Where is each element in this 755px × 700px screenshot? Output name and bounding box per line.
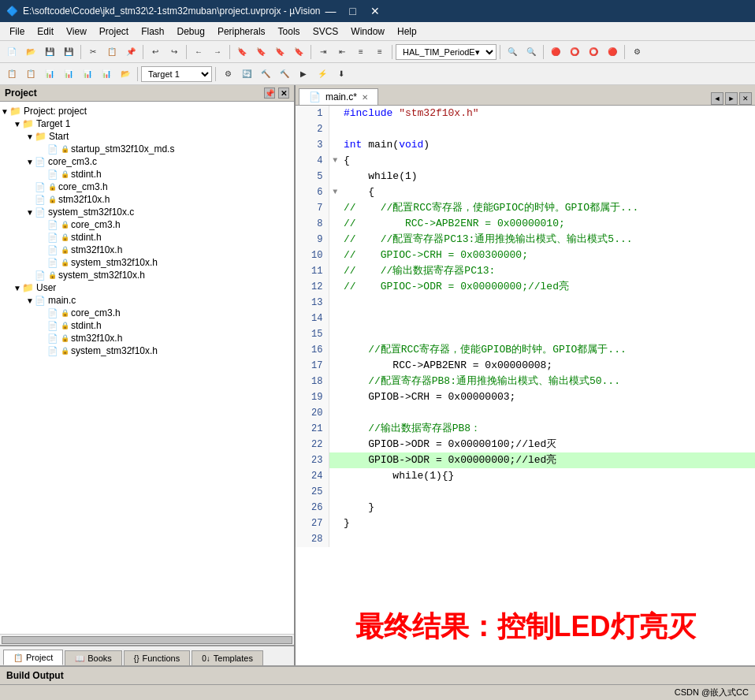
horizontal-scrollbar[interactable] [0,634,294,645]
tree-item[interactable]: 📄🔒system_stm32f10x.h [0,269,294,281]
paste-button[interactable]: 📌 [122,43,139,61]
tree-item[interactable]: ▼📁Target 1 [0,117,294,130]
bookmark4-button[interactable]: 🔖 [290,43,307,61]
tab-prev-button[interactable]: ◄ [711,92,723,105]
line-expand[interactable] [329,531,340,547]
minimize-button[interactable]: — [321,3,341,19]
tree-item[interactable]: 📄🔒stdint.h [0,231,294,244]
rebuild-button[interactable]: 🔨 [276,65,293,83]
code-content[interactable]: // //配置寄存器PC13:通用推挽输出模式、输出模式5... [340,232,755,248]
bookmark2-button[interactable]: 🔖 [252,43,270,61]
tab-next-button[interactable]: ► [725,92,738,105]
line-expand[interactable] [329,311,340,326]
menu-item-file[interactable]: File [3,24,31,39]
code-content[interactable]: // GPIOC->CRH = 0x00300000; [340,248,755,263]
panel-tab-templates[interactable]: 0↓Templates [192,650,263,665]
line-expand[interactable] [329,484,340,500]
line-expand[interactable] [329,421,340,437]
tree-expand-button[interactable]: ▼ [13,120,22,128]
build-settings-button[interactable]: ⚙ [219,65,236,83]
tb2-btn1[interactable]: 📋 [3,65,20,83]
code-content[interactable]: } [340,500,755,516]
code-content[interactable]: GPIOB->ODR = 0x00000100;//led灭 [340,437,755,452]
tree-item[interactable]: 📄🔒stm32f10x.h [0,332,294,344]
back-button[interactable]: ← [190,43,207,61]
tree-item[interactable]: 📄🔒system_stm32f10x.h [0,344,294,357]
code-content[interactable] [340,311,755,326]
panel-pin-button[interactable]: 📌 [264,88,275,99]
tree-item[interactable]: ▼📄main.c [0,294,294,307]
tree-item[interactable]: 📄🔒core_cm3.h [0,218,294,231]
panel-tab-project[interactable]: 📋Project [3,650,63,665]
menu-item-svcs[interactable]: SVCS [307,24,345,39]
tb2-btn6[interactable]: 📊 [98,65,115,83]
tree-item[interactable]: 📄🔒system_stm32f10x.h [0,256,294,269]
menu-item-edit[interactable]: Edit [31,24,60,39]
line-expand[interactable] [329,452,340,468]
tree-expand-button[interactable]: ▼ [0,107,9,116]
line-expand[interactable] [329,389,340,405]
line-expand[interactable] [329,358,340,374]
tree-item[interactable]: 📄🔒stdint.h [0,319,294,332]
line-expand[interactable] [329,374,340,389]
translate-button[interactable]: 🔄 [238,65,255,83]
copy-button[interactable]: 📋 [103,43,121,61]
settings-button[interactable]: ⚙ [628,43,645,61]
code-content[interactable] [340,484,755,500]
code-content[interactable]: { [340,153,755,169]
tree-expand-button[interactable]: ▼ [25,296,35,305]
build-button[interactable]: 🔨 [257,65,274,83]
tab-close-button[interactable]: ✕ [362,93,368,102]
code-content[interactable]: while(1) [340,169,755,184]
line-expand[interactable] [329,342,340,358]
line-expand[interactable] [329,279,340,295]
code-content[interactable]: #include "stm32f10x.h" [340,106,755,121]
bookmark-button[interactable]: 🔖 [233,43,251,61]
maximize-button[interactable]: □ [343,3,363,19]
panel-close-button[interactable]: ✕ [278,88,289,99]
debug2-button[interactable]: ⭕ [566,43,583,61]
line-expand[interactable] [329,106,340,121]
download-button[interactable]: ⬇ [333,65,350,83]
tree-expand-button[interactable]: ▼ [25,132,35,141]
tree-item[interactable]: 📄🔒stm32f10x.h [0,193,294,206]
menu-item-view[interactable]: View [60,24,93,39]
function-dropdown[interactable]: HAL_TIM_PeriodE▾ [396,44,497,60]
line-expand[interactable] [329,516,340,531]
code-content[interactable] [340,405,755,421]
zoom-button[interactable]: 🔍 [523,43,540,61]
menu-item-tools[interactable]: Tools [272,24,307,39]
tree-item[interactable]: ▼📁User [0,281,294,294]
unindent-button[interactable]: ⇤ [333,43,351,61]
menu-item-help[interactable]: Help [391,24,423,39]
cut-button[interactable]: ✂ [84,43,102,61]
tree-expand-button[interactable]: ▼ [25,158,35,166]
close-button[interactable]: ✕ [365,3,385,19]
code-content[interactable] [340,121,755,137]
code-content[interactable]: RCC->APB2ENR = 0x00000008; [340,358,755,374]
redo-button[interactable]: ↪ [166,43,183,61]
tree-item[interactable]: ▼📄core_cm3.c [0,155,294,168]
open-button[interactable]: 📂 [22,43,39,61]
tree-expand-button[interactable]: ▼ [13,284,22,292]
line-expand[interactable]: ▼ [329,184,340,200]
editor-tab-main-c[interactable]: 📄 main.c* ✕ [299,88,378,105]
line-expand[interactable] [329,121,340,137]
find-button[interactable]: 🔍 [504,43,521,61]
tree-item[interactable]: ▼📁Project: project [0,105,294,117]
line-expand[interactable] [329,468,340,484]
panel-tab-functions[interactable]: {}Functions [124,650,190,665]
code-content[interactable]: //配置RCC寄存器，使能GPIOB的时钟。GPIO都属于... [340,342,755,358]
line-expand[interactable] [329,248,340,263]
line-expand[interactable] [329,200,340,216]
line-expand[interactable] [329,500,340,516]
code-content[interactable]: // GPIOC->ODR = 0x00000000;//led亮 [340,279,755,295]
save-all-button[interactable]: 💾 [60,43,77,61]
undo-button[interactable]: ↩ [147,43,164,61]
batch-button[interactable]: ▶ [295,65,312,83]
new-file-button[interactable]: 📄 [3,43,20,61]
tree-item[interactable]: 📄🔒core_cm3.h [0,181,294,193]
debug3-button[interactable]: ⭕ [585,43,602,61]
code-content[interactable]: // RCC->APB2ENR = 0x00000010; [340,216,755,232]
tb2-btn3[interactable]: 📊 [41,65,58,83]
